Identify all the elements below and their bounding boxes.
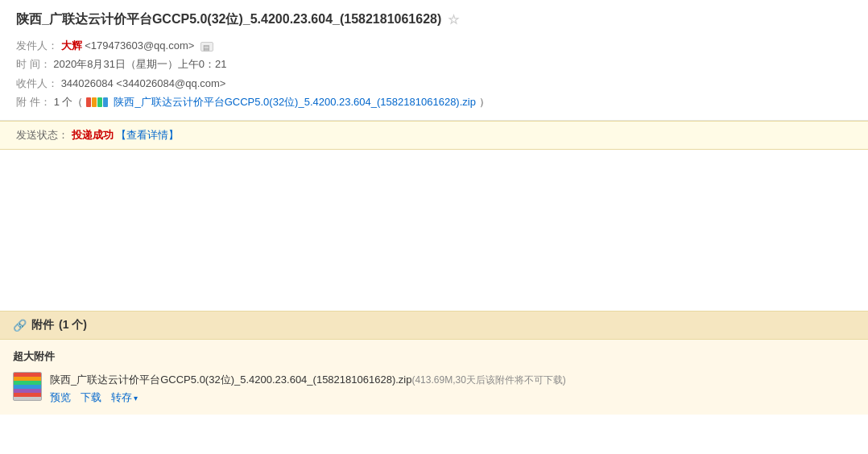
oversized-label: 超大附件 (13, 349, 855, 364)
zip-file-icon (13, 372, 42, 401)
subject-text: 陕西_广联达云计价平台GCCP5.0(32位)_5.4200.23.604_(1… (16, 11, 441, 28)
recipient-value: 344026084 <344026084@qq.com> (61, 77, 226, 89)
send-status-label: 发送状态： (16, 129, 68, 141)
time-label: 时 间： (16, 58, 51, 70)
attachment-section-title: 附件 (31, 318, 54, 332)
attachment-count-text: 1 个（ (54, 93, 84, 111)
download-link[interactable]: 下载 (81, 390, 101, 405)
attachment-section-count: (1 个) (59, 318, 87, 332)
attachment-item: 陕西_广联达云计价平台GCCP5.0(32位)_5.4200.23.604_(1… (13, 372, 855, 406)
email-body (0, 150, 868, 311)
send-status-detail-link[interactable]: 【查看详情】 (116, 129, 179, 141)
send-status-bar: 发送状态： 投递成功 【查看详情】 (0, 121, 868, 150)
attachment-section-header: 🔗 附件 (1 个) (0, 312, 868, 340)
paperclip-icon: 🔗 (13, 319, 27, 332)
star-icon[interactable]: ☆ (448, 12, 459, 27)
email-container: 陕西_广联达云计价平台GCCP5.0(32位)_5.4200.23.604_(1… (0, 0, 868, 454)
send-status-value: 投递成功 (72, 129, 114, 141)
email-meta: 发件人： 大辉 <179473603@qq.com> ▤ 时 间： 2020年8… (16, 36, 852, 112)
contact-card-icon[interactable]: ▤ (200, 42, 213, 52)
attachment-file-note: (413.69M,30天后该附件将不可下载) (411, 374, 565, 386)
save-dropdown-arrow[interactable]: ▾ (134, 394, 138, 402)
preview-link[interactable]: 预览 (50, 390, 71, 405)
attachment-close-paren: ） (479, 93, 490, 111)
email-subject-row: 陕西_广联达云计价平台GCCP5.0(32位)_5.4200.23.604_(1… (16, 11, 852, 28)
attachment-body: 超大附件 (0, 340, 868, 415)
attachment-filename-text: 陕西_广联达云计价平台GCCP5.0(32位)_5.4200.23.604_(1… (50, 374, 411, 386)
time-value: 2020年8月31日（星期一）上午0：21 (53, 58, 226, 70)
sender-label: 发件人： (16, 39, 58, 52)
sender-name: 大辉 (61, 39, 82, 52)
header-attachment-row: 附 件： 1 个（ 陕西_广联达云计价平台GCCP5.0(32位)_5.4200… (16, 93, 852, 111)
recipient-row: 收件人： 344026084 <344026084@qq.com> (16, 74, 852, 93)
save-dropdown[interactable]: 转存 ▾ (111, 390, 138, 405)
attachment-filename: 陕西_广联达云计价平台GCCP5.0(32位)_5.4200.23.604_(1… (50, 372, 855, 388)
sender-row: 发件人： 大辉 <179473603@qq.com> ▤ (16, 36, 852, 55)
attachment-actions: 预览 下载 转存 ▾ (50, 390, 855, 405)
recipient-label: 收件人： (16, 77, 58, 89)
time-row: 时 间： 2020年8月31日（星期一）上午0：21 (16, 55, 852, 73)
save-link[interactable]: 转存 (111, 390, 132, 405)
attachment-label: 附 件： (16, 93, 51, 111)
header-zip-icon (86, 97, 108, 107)
email-header: 陕西_广联达云计价平台GCCP5.0(32位)_5.4200.23.604_(1… (0, 0, 868, 121)
header-attachment-link[interactable]: 陕西_广联达云计价平台GCCP5.0(32位)_5.4200.23.604_(1… (114, 93, 475, 111)
sender-email: <179473603@qq.com> (85, 39, 194, 52)
attachment-info: 陕西_广联达云计价平台GCCP5.0(32位)_5.4200.23.604_(1… (50, 372, 855, 406)
attachment-section: 🔗 附件 (1 个) 超大附件 (0, 311, 868, 415)
